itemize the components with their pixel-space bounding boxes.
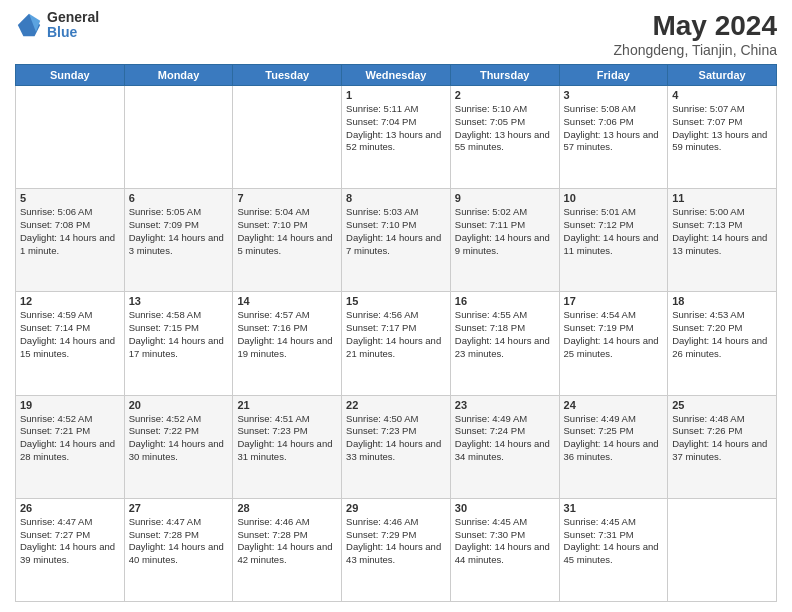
sunset-text: Sunset: 7:20 PM: [672, 322, 772, 335]
day-number: 26: [20, 502, 120, 514]
day-number: 5: [20, 192, 120, 204]
column-header-tuesday: Tuesday: [233, 65, 342, 86]
daylight-text: Daylight: 14 hours and 11 minutes.: [564, 232, 664, 258]
logo-icon: [15, 11, 43, 39]
daylight-text: Daylight: 14 hours and 45 minutes.: [564, 541, 664, 567]
sunrise-text: Sunrise: 4:48 AM: [672, 413, 772, 426]
daylight-text: Daylight: 14 hours and 37 minutes.: [672, 438, 772, 464]
title-block: May 2024 Zhongdeng, Tianjin, China: [614, 10, 777, 58]
day-number: 19: [20, 399, 120, 411]
sunrise-text: Sunrise: 4:45 AM: [564, 516, 664, 529]
sunrise-text: Sunrise: 4:49 AM: [455, 413, 555, 426]
sunset-text: Sunset: 7:14 PM: [20, 322, 120, 335]
logo-blue-text: Blue: [47, 25, 99, 40]
daylight-text: Daylight: 14 hours and 33 minutes.: [346, 438, 446, 464]
daylight-text: Daylight: 14 hours and 19 minutes.: [237, 335, 337, 361]
daylight-text: Daylight: 14 hours and 7 minutes.: [346, 232, 446, 258]
sunset-text: Sunset: 7:28 PM: [129, 529, 229, 542]
sunset-text: Sunset: 7:31 PM: [564, 529, 664, 542]
main-title: May 2024: [614, 10, 777, 42]
day-number: 17: [564, 295, 664, 307]
daylight-text: Daylight: 14 hours and 40 minutes.: [129, 541, 229, 567]
day-number: 28: [237, 502, 337, 514]
sunrise-text: Sunrise: 4:53 AM: [672, 309, 772, 322]
calendar-cell: 3Sunrise: 5:08 AMSunset: 7:06 PMDaylight…: [559, 86, 668, 189]
daylight-text: Daylight: 14 hours and 42 minutes.: [237, 541, 337, 567]
column-header-friday: Friday: [559, 65, 668, 86]
day-number: 30: [455, 502, 555, 514]
sunset-text: Sunset: 7:28 PM: [237, 529, 337, 542]
calendar-cell: 23Sunrise: 4:49 AMSunset: 7:24 PMDayligh…: [450, 395, 559, 498]
calendar-cell: 5Sunrise: 5:06 AMSunset: 7:08 PMDaylight…: [16, 189, 125, 292]
sunrise-text: Sunrise: 5:11 AM: [346, 103, 446, 116]
day-number: 16: [455, 295, 555, 307]
daylight-text: Daylight: 13 hours and 57 minutes.: [564, 129, 664, 155]
calendar-cell: 19Sunrise: 4:52 AMSunset: 7:21 PMDayligh…: [16, 395, 125, 498]
day-number: 11: [672, 192, 772, 204]
sunrise-text: Sunrise: 4:47 AM: [20, 516, 120, 529]
calendar-cell: 15Sunrise: 4:56 AMSunset: 7:17 PMDayligh…: [342, 292, 451, 395]
calendar-cell: 9Sunrise: 5:02 AMSunset: 7:11 PMDaylight…: [450, 189, 559, 292]
day-number: 25: [672, 399, 772, 411]
sunrise-text: Sunrise: 5:04 AM: [237, 206, 337, 219]
week-row-2: 5Sunrise: 5:06 AMSunset: 7:08 PMDaylight…: [16, 189, 777, 292]
daylight-text: Daylight: 14 hours and 1 minute.: [20, 232, 120, 258]
header: General Blue May 2024 Zhongdeng, Tianjin…: [15, 10, 777, 58]
column-header-sunday: Sunday: [16, 65, 125, 86]
daylight-text: Daylight: 14 hours and 5 minutes.: [237, 232, 337, 258]
calendar-cell: 27Sunrise: 4:47 AMSunset: 7:28 PMDayligh…: [124, 498, 233, 601]
week-row-1: 1Sunrise: 5:11 AMSunset: 7:04 PMDaylight…: [16, 86, 777, 189]
calendar-cell: 1Sunrise: 5:11 AMSunset: 7:04 PMDaylight…: [342, 86, 451, 189]
sunset-text: Sunset: 7:21 PM: [20, 425, 120, 438]
calendar-cell: 14Sunrise: 4:57 AMSunset: 7:16 PMDayligh…: [233, 292, 342, 395]
day-number: 14: [237, 295, 337, 307]
sunrise-text: Sunrise: 5:03 AM: [346, 206, 446, 219]
calendar-cell: 24Sunrise: 4:49 AMSunset: 7:25 PMDayligh…: [559, 395, 668, 498]
column-header-saturday: Saturday: [668, 65, 777, 86]
week-row-3: 12Sunrise: 4:59 AMSunset: 7:14 PMDayligh…: [16, 292, 777, 395]
week-row-5: 26Sunrise: 4:47 AMSunset: 7:27 PMDayligh…: [16, 498, 777, 601]
daylight-text: Daylight: 14 hours and 15 minutes.: [20, 335, 120, 361]
daylight-text: Daylight: 14 hours and 28 minutes.: [20, 438, 120, 464]
sunrise-text: Sunrise: 4:54 AM: [564, 309, 664, 322]
daylight-text: Daylight: 14 hours and 9 minutes.: [455, 232, 555, 258]
calendar-cell: [233, 86, 342, 189]
sunrise-text: Sunrise: 4:47 AM: [129, 516, 229, 529]
calendar-cell: 31Sunrise: 4:45 AMSunset: 7:31 PMDayligh…: [559, 498, 668, 601]
calendar-header: SundayMondayTuesdayWednesdayThursdayFrid…: [16, 65, 777, 86]
calendar-table: SundayMondayTuesdayWednesdayThursdayFrid…: [15, 64, 777, 602]
week-row-4: 19Sunrise: 4:52 AMSunset: 7:21 PMDayligh…: [16, 395, 777, 498]
sunrise-text: Sunrise: 5:08 AM: [564, 103, 664, 116]
sunrise-text: Sunrise: 5:01 AM: [564, 206, 664, 219]
sunset-text: Sunset: 7:23 PM: [346, 425, 446, 438]
calendar-cell: 11Sunrise: 5:00 AMSunset: 7:13 PMDayligh…: [668, 189, 777, 292]
daylight-text: Daylight: 14 hours and 43 minutes.: [346, 541, 446, 567]
calendar-cell: 2Sunrise: 5:10 AMSunset: 7:05 PMDaylight…: [450, 86, 559, 189]
sunrise-text: Sunrise: 5:02 AM: [455, 206, 555, 219]
sunset-text: Sunset: 7:26 PM: [672, 425, 772, 438]
daylight-text: Daylight: 14 hours and 17 minutes.: [129, 335, 229, 361]
page: General Blue May 2024 Zhongdeng, Tianjin…: [0, 0, 792, 612]
calendar-cell: 26Sunrise: 4:47 AMSunset: 7:27 PMDayligh…: [16, 498, 125, 601]
day-number: 3: [564, 89, 664, 101]
calendar-cell: 8Sunrise: 5:03 AMSunset: 7:10 PMDaylight…: [342, 189, 451, 292]
sunrise-text: Sunrise: 4:58 AM: [129, 309, 229, 322]
daylight-text: Daylight: 14 hours and 36 minutes.: [564, 438, 664, 464]
sunrise-text: Sunrise: 4:51 AM: [237, 413, 337, 426]
sunset-text: Sunset: 7:08 PM: [20, 219, 120, 232]
day-number: 8: [346, 192, 446, 204]
day-number: 27: [129, 502, 229, 514]
sunset-text: Sunset: 7:13 PM: [672, 219, 772, 232]
sunrise-text: Sunrise: 4:52 AM: [129, 413, 229, 426]
calendar-cell: 22Sunrise: 4:50 AMSunset: 7:23 PMDayligh…: [342, 395, 451, 498]
day-number: 6: [129, 192, 229, 204]
sunrise-text: Sunrise: 5:05 AM: [129, 206, 229, 219]
sunset-text: Sunset: 7:16 PM: [237, 322, 337, 335]
sunset-text: Sunset: 7:06 PM: [564, 116, 664, 129]
day-number: 12: [20, 295, 120, 307]
calendar-cell: 16Sunrise: 4:55 AMSunset: 7:18 PMDayligh…: [450, 292, 559, 395]
logo-general-text: General: [47, 10, 99, 25]
logo-text: General Blue: [47, 10, 99, 41]
sunset-text: Sunset: 7:17 PM: [346, 322, 446, 335]
calendar-cell: 7Sunrise: 5:04 AMSunset: 7:10 PMDaylight…: [233, 189, 342, 292]
